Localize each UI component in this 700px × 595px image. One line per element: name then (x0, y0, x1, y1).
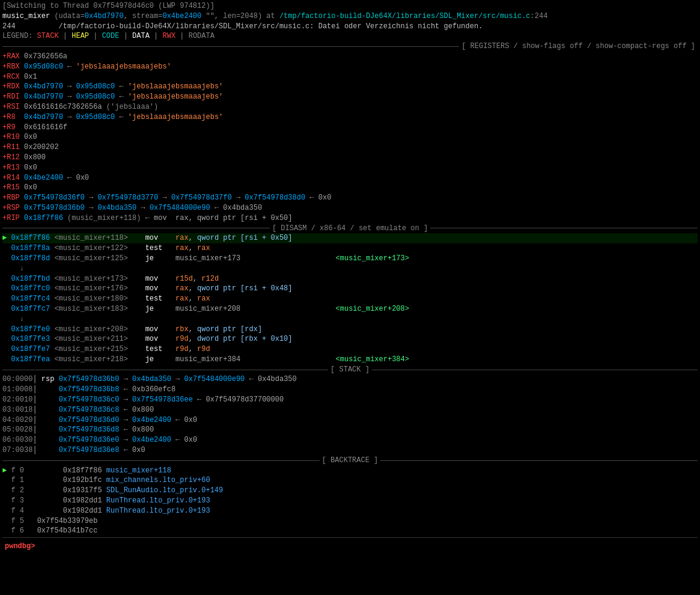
disasm-line-10: 0x18f7fea <music_mixer+218> je music_mix… (2, 355, 698, 365)
stack-line-2: 02:0010│ 0x7f54978d36c0 → 0x7f54978d36ee… (2, 395, 698, 405)
reg-rcx: +RCX 0x1 (2, 72, 698, 82)
reg-r8: +R8 0x4bd7970 → 0x95d08c0 ← 'jebslaaajeb… (2, 112, 698, 123)
reg-r13: +R13 0x0 (2, 163, 698, 173)
disasm-line-8: 0x18f7fe3 <music_mixer+211> mov r9d, dwo… (2, 334, 698, 344)
stack-line-1: 01:0008│ 0x7f54978d36b8 ← 0xb360efc8 (2, 385, 698, 395)
reg-rbp: +RBP 0x7f54978d36f0 → 0x7f54978d3770 → 0… (2, 193, 698, 203)
terminal: [Switching to Thread 0x7f54978d46c0 (LWP… (0, 0, 700, 554)
stack-line-6: 06:0030│ 0x7f54978d36e0 → 0x4be2400 ← 0x… (2, 435, 698, 445)
reg-r15: +R15 0x0 (2, 183, 698, 193)
stack-line-7: 07:0038│ 0x7f54978d36e8 ← 0x0 (2, 445, 698, 456)
bottom-divider (2, 537, 698, 538)
reg-rdx: +RDX 0x4bd7970 → 0x95d08c0 ← 'jebslaaaje… (2, 82, 698, 92)
disasm-line-4: 0x18f7fc0 <music_mixer+176> mov rax, qwo… (2, 284, 698, 294)
disasm-arrow-2: ↓ (2, 314, 698, 325)
disasm-line-9: 0x18f7fe7 <music_mixer+215> test r9d, r9… (2, 344, 698, 355)
reg-rsi: +RSI 0x6161616c7362656a ('jebslaaa') (2, 102, 698, 112)
file-not-found-line: 244 /tmp/factorio-build-DJe64X/libraries… (2, 22, 698, 32)
disasm-line-current: ► 0x18f7f86 <music_mixer+118> mov rax, q… (2, 233, 698, 243)
prompt-text: pwndbg> (5, 542, 35, 551)
bt-line-4: f 4 0x1982dd1 RunThread.lto_priv.0+193 (2, 506, 698, 516)
disasm-header: [ DISASM / x86-64 / set emulate on ] (270, 224, 430, 234)
stack-line-3: 03:0018│ 0x7f54978d36c8 ← 0x800 (2, 405, 698, 415)
reg-rbx: +RBX 0x95d08c0 ← 'jebslaaajebsmaaajebs' (2, 62, 698, 72)
music-mixer-line: music_mixer (udata=0x4bd7970, stream=0x4… (2, 11, 698, 22)
bt-line-0: ► f 0 0x18f7f86 music_mixer+118 (2, 466, 698, 476)
disasm-line-7: 0x18f7fe0 <music_mixer+208> mov rbx, qwo… (2, 325, 698, 335)
backtrace-section-bar: [ BACKTRACE ] (2, 456, 698, 466)
disasm-line-1: 0x18f7f8a <music_mixer+122> test rax, ra… (2, 243, 698, 254)
reg-r11: +R11 0x200202 (2, 142, 698, 153)
legend-line: LEGEND: STACK | HEAP | CODE | DATA | RWX… (2, 31, 698, 41)
reg-rdi: +RDI 0x4bd7970 → 0x95d08c0 ← 'jebslaaaje… (2, 92, 698, 102)
stack-line-4: 04:0020│ 0x7f54978d36d0 → 0x4be2400 ← 0x… (2, 415, 698, 426)
disasm-line-6: 0x18f7fc7 <music_mixer+183> je music_mix… (2, 304, 698, 314)
bt-line-1: f 1 0x192b1fc mix_channels.lto_priv+60 (2, 475, 698, 486)
registers-section-bar: [ REGISTERS / show-flags off / show-comp… (2, 41, 698, 52)
stack-line-0: 00:0000│ rsp 0x7f54978d36b0 → 0x4bda350 … (2, 374, 698, 385)
bt-line-3: f 3 0x1982dd1 RunThread.lto_priv.0+193 (2, 496, 698, 506)
reg-r14: +R14 0x4be2400 ← 0x0 (2, 173, 698, 183)
switching-thread-line: [Switching to Thread 0x7f54978d46c0 (LWP… (2, 1, 698, 11)
bt-line-5: f 5 0x7f54b33979eb (2, 516, 698, 526)
stack-header: [ STACK ] (328, 365, 372, 375)
prompt-line[interactable]: pwndbg> (2, 540, 698, 553)
bt-line-6: f 6 0x7f54b341b7cc (2, 526, 698, 536)
disasm-line-3: 0x18f7fbd <music_mixer+173> mov r15d, r1… (2, 274, 698, 284)
bt-line-2: f 2 0x19317f5 SDL_RunAudio.lto_priv.0+14… (2, 486, 698, 496)
disasm-section-bar: [ DISASM / x86-64 / set emulate on ] (2, 224, 698, 234)
stack-line-5: 05:0028│ 0x7f54978d36d8 ← 0x800 (2, 425, 698, 435)
reg-r10: +R10 0x0 (2, 132, 698, 142)
backtrace-header: [ BACKTRACE ] (320, 456, 381, 466)
reg-r9: +R9 0x6161616f (2, 123, 698, 133)
disasm-line-2: 0x18f7f8d <music_mixer+125> je music_mix… (2, 254, 698, 264)
reg-rax: +RAX 0x7362656a (2, 52, 698, 62)
reg-rsp: +RSP 0x7f54978d36b0 → 0x4bda350 → 0x7f54… (2, 203, 698, 213)
stack-section-bar: [ STACK ] (2, 365, 698, 375)
reg-r12: +R12 0x800 (2, 153, 698, 163)
disasm-arrow-1: ↓ (2, 264, 698, 274)
disasm-line-5: 0x18f7fc4 <music_mixer+180> test rax, ra… (2, 294, 698, 304)
reg-rip: +RIP 0x18f7f86 (music_mixer+118) ← mov r… (2, 213, 698, 224)
registers-header: [ REGISTERS / show-flags off / show-comp… (459, 41, 698, 52)
